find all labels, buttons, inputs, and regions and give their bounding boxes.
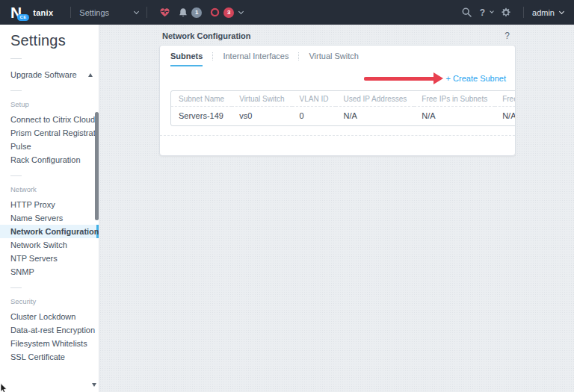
sidebar-section-label-setup: Setup [10,100,88,109]
help-icon: ? [480,7,485,18]
help-icon[interactable]: ? [504,31,510,41]
sidebar-item-upgrade-software[interactable]: Upgrade Software [0,68,99,81]
sidebar-item-filesystem-whitelists[interactable]: Filesystem Whitelists [0,337,99,350]
sidebar-item-snmp[interactable]: SNMP [0,265,99,279]
sidebar-item-ntp-servers[interactable]: NTP Servers [0,252,99,265]
notifications-button[interactable]: 1 [178,7,202,18]
table-cell: vs0 [232,106,291,125]
column-header-free-ips-in-subnets: Free IPs in Subnets [414,91,495,106]
column-header-vlan-id: VLAN ID [292,91,336,106]
tab-virtual-switch[interactable]: Virtual Switch [309,46,358,66]
scroll-up-icon[interactable] [88,73,93,77]
notifications-count-badge: 1 [191,7,202,18]
admin-label: admin [532,8,555,17]
alerts-count-badge: 3 [223,7,234,18]
table-cell: N/A [414,106,495,125]
table-cell: N/A [495,106,516,125]
table-cell: Servers-149 [171,106,232,125]
cluster-name[interactable]: tanix [33,8,53,17]
top-navbar: N CE tanix Settings 1 3 [0,0,574,25]
search-icon [461,7,472,18]
admin-user-menu[interactable]: admin [532,8,564,17]
sidebar-divider [10,58,22,59]
tab-separator [298,52,299,60]
chevron-down-icon [490,9,494,13]
network-configuration-panel: Network Configuration ? SubnetsInternal … [159,27,516,156]
settings-menu-label: Settings [79,8,109,17]
sidebar-section-label-network: Network [10,185,88,194]
sidebar-item-ssl-certificate[interactable]: SSL Certificate [0,350,99,364]
notifications-bell-icon [178,7,188,18]
settings-sidebar: Settings Upgrade Software SetupConnect t… [0,25,99,392]
sidebar-item-network-configuration[interactable]: Network Configuration [0,225,99,238]
subnets-table: Subnet NameVirtual SwitchVLAN IDUsed IP … [170,90,516,126]
sidebar-item-name-servers[interactable]: Name Servers [0,211,99,225]
gear-button[interactable] [501,7,511,18]
tabs: SubnetsInternal InterfacesVirtual Switch [160,46,515,66]
arrow-head [433,72,443,84]
scroll-down-icon[interactable] [92,383,96,387]
navbar-right-cluster: ? admin [457,7,564,18]
table-cell: N/A [336,106,414,125]
health-heart-icon [159,7,170,18]
chevron-down-icon [238,8,244,13]
annotation-arrow-icon [364,72,443,84]
create-subnet-link[interactable]: + Create Subnet [446,74,506,83]
navbar-divider [523,7,524,18]
health-button[interactable] [159,7,170,18]
nutanix-logo[interactable]: N CE [10,4,21,21]
sidebar-divider [10,175,22,176]
tab-internal-interfaces[interactable]: Internal Interfaces [223,46,288,66]
table-header-row: Subnet NameVirtual SwitchVLAN IDUsed IP … [171,91,516,106]
arrow-body [364,77,435,81]
sidebar-item-cluster-lockdown[interactable]: Cluster Lockdown [0,310,99,323]
mouse-cursor [0,383,7,392]
sidebar-item-prism-central-registration[interactable]: Prism Central Registration [0,126,99,140]
sidebar-title: Settings [10,32,99,49]
sidebar-item-label: Upgrade Software [10,68,77,81]
alerts-ring-icon [209,7,220,18]
table-cell: 0 [292,106,336,125]
navbar-divider [146,7,147,18]
sidebar-section-label-security: Security [10,297,88,306]
card-footer [160,136,515,155]
help-menu[interactable]: ? [480,7,493,18]
search-button[interactable] [461,7,472,18]
sidebar-item-data-at-rest-encryption[interactable]: Data-at-rest Encryption [0,323,99,337]
alerts-button[interactable]: 3 [209,7,243,18]
main-content-area: Network Configuration ? SubnetsInternal … [99,25,574,392]
tab-separator [212,52,213,60]
sidebar-item-pulse[interactable]: Pulse [0,140,99,153]
panel-header: Network Configuration ? [159,27,516,45]
chevron-down-icon [559,8,564,13]
column-header-free-ips-in-pool: Free IPs in Pool [495,91,516,106]
sidebar-divider [10,287,22,288]
page-title: Network Configuration [162,31,251,40]
table-row: Servers-149vs00N/AN/AN/AEdit·Delete [171,106,516,125]
column-header-subnet-name: Subnet Name [171,91,232,106]
sidebar-divider [10,90,22,91]
navbar-divider [70,7,71,18]
column-header-virtual-switch: Virtual Switch [232,91,291,106]
column-header-used-ip-addresses: Used IP Addresses [336,91,414,106]
network-configuration-card: SubnetsInternal InterfacesVirtual Switch… [159,45,516,156]
sidebar-item-connect-to-citrix-cloud[interactable]: Connect to Citrix Cloud [0,113,99,126]
sidebar-item-rack-configuration[interactable]: Rack Configuration [0,153,99,167]
chevron-down-icon [134,8,139,13]
tab-subnets[interactable]: Subnets [170,46,203,66]
table-body: Servers-149vs00N/AN/AN/AEdit·Delete [171,106,516,125]
sidebar-sections: SetupConnect to Citrix CloudPrism Centra… [0,100,99,364]
sidebar-item-http-proxy[interactable]: HTTP Proxy [0,198,99,211]
sidebar-item-network-switch[interactable]: Network Switch [0,238,99,252]
create-subnet-row: + Create Subnet [160,66,515,90]
sidebar-scrollbar-thumb[interactable] [95,112,99,220]
logo-ce-badge: CE [17,14,29,21]
gear-icon [501,7,511,18]
settings-menu[interactable]: Settings [79,8,138,17]
